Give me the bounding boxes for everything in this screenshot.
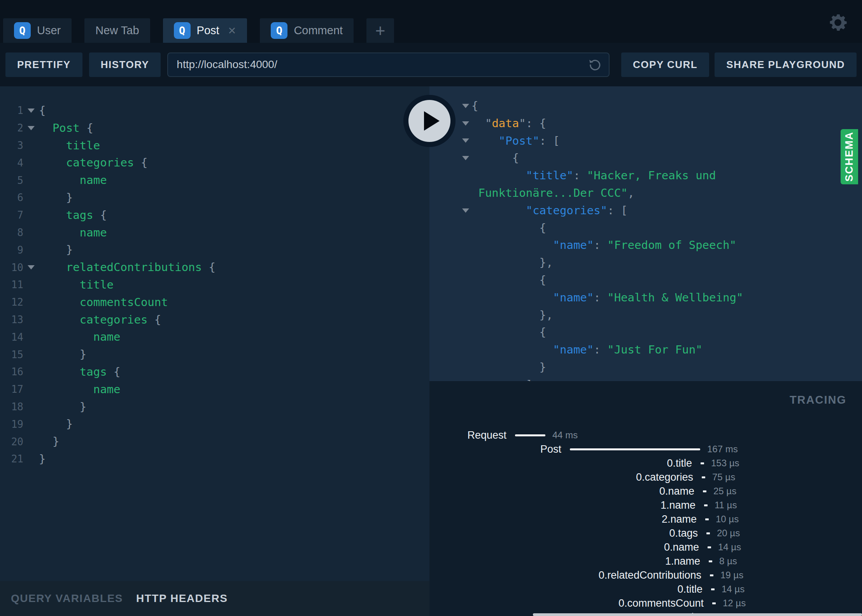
response-line: "name": "Freedom of Speech" — [429, 236, 862, 254]
tracing-row-value: 25 µs — [713, 486, 736, 497]
tracing-row-value: 153 µs — [711, 458, 739, 469]
fold-gutter — [460, 104, 471, 108]
editor-line: 18} — [0, 398, 429, 416]
response-lines: {"data": {"Post": [{"title": "Hacker, Fr… — [429, 86, 862, 381]
tab-comment[interactable]: QComment — [260, 18, 354, 43]
code-text: "Post": [ — [471, 132, 560, 150]
horizontal-scrollbar[interactable] — [533, 613, 862, 616]
reload-icon[interactable] — [588, 58, 602, 72]
line-number: 4 — [0, 157, 23, 169]
response-line: "categories": [ — [429, 202, 862, 219]
fold-arrow-icon[interactable] — [28, 265, 35, 270]
fold-arrow-icon[interactable] — [462, 156, 469, 160]
code-text: categories { — [39, 311, 161, 329]
schema-side-tab[interactable]: SCHEMA — [841, 129, 858, 184]
tracing-row: 0.relatedContributions19 µs — [429, 568, 862, 582]
code-text: { — [471, 219, 546, 237]
tracing-row-value: 19 µs — [720, 570, 743, 581]
tab-post[interactable]: QPost✕ — [163, 18, 247, 43]
http-headers-tab[interactable]: HTTP HEADERS — [136, 592, 228, 605]
editor-line: 19} — [0, 415, 429, 433]
execute-query-button[interactable] — [403, 95, 456, 147]
code-text: { — [471, 149, 519, 167]
code-text: "name": "Health & Wellbeing" — [471, 289, 743, 306]
code-text: { — [471, 271, 546, 289]
code-text: "name": "Just For Fun" — [471, 341, 703, 359]
response-line: "data": { — [429, 115, 862, 132]
editor-line: 7tags { — [0, 206, 429, 224]
play-icon — [424, 111, 440, 131]
line-number: 5 — [0, 175, 23, 186]
tracing-row-label: Post — [429, 443, 561, 455]
response-line: ] — [429, 376, 862, 381]
response-line: { — [429, 324, 862, 341]
code-text: { — [471, 97, 478, 115]
fold-arrow-icon[interactable] — [28, 108, 35, 113]
endpoint-url-wrap — [167, 52, 610, 77]
query-variables-tab[interactable]: QUERY VARIABLES — [11, 592, 123, 605]
code-text: "title": "Hacker, Freaks und — [471, 167, 716, 184]
fold-arrow-icon[interactable] — [462, 104, 469, 108]
editor-line: 21} — [0, 450, 429, 468]
tracing-row-label: 1.name — [429, 499, 696, 511]
settings-gear-icon[interactable] — [827, 12, 849, 33]
tracing-duration-bar — [570, 448, 700, 450]
line-number: 18 — [0, 401, 23, 413]
code-text: relatedContributions { — [39, 259, 216, 276]
fold-gutter — [460, 156, 471, 160]
tracing-row-label: 0.title — [429, 457, 692, 469]
query-editor[interactable]: 1{2Post {3title4categories {5name6}7tags… — [0, 86, 429, 581]
tracing-duration-marker — [701, 462, 704, 464]
tracing-duration-marker — [712, 602, 716, 604]
tracing-row-label: 0.relatedContributions — [429, 569, 701, 581]
code-text: { — [39, 102, 46, 119]
line-number: 17 — [0, 383, 23, 395]
line-number: 19 — [0, 418, 23, 430]
code-text: }, — [471, 254, 553, 271]
bottom-footer: QUERY VARIABLES HTTP HEADERS — [0, 581, 429, 616]
code-text: name — [39, 328, 121, 346]
code-text: title — [39, 137, 100, 154]
add-tab-button[interactable]: + — [366, 18, 394, 43]
tab-user[interactable]: QUser — [3, 18, 72, 43]
fold-gutter — [460, 208, 471, 213]
editor-line: 2Post { — [0, 119, 429, 137]
fold-arrow-icon[interactable] — [28, 126, 35, 130]
line-number: 9 — [0, 244, 23, 256]
response-line: "name": "Health & Wellbeing" — [429, 289, 862, 306]
response-line: { — [429, 97, 862, 115]
tracing-rows: Request44 msPost167 ms0.title153 µs0.cat… — [429, 381, 862, 616]
tab-label: Comment — [294, 24, 343, 37]
tracing-row-value: 8 µs — [719, 556, 737, 567]
editor-line: 8name — [0, 224, 429, 242]
editor-line: 20} — [0, 433, 429, 450]
code-text: ] — [471, 376, 533, 381]
close-tab-icon[interactable]: ✕ — [228, 26, 237, 36]
line-number: 16 — [0, 366, 23, 378]
code-text: } — [471, 359, 546, 376]
fold-arrow-icon[interactable] — [462, 138, 469, 143]
fold-arrow-icon[interactable] — [462, 208, 469, 213]
prettify-button[interactable]: PRETTIFY — [5, 52, 82, 77]
editor-line: 11title — [0, 276, 429, 294]
tracing-row-value: 167 ms — [707, 444, 738, 455]
tracing-row-label: 0.name — [429, 541, 699, 553]
tab-label: New Tab — [95, 24, 139, 37]
line-number: 12 — [0, 296, 23, 308]
code-text: Funktionäre...Der CCC", — [471, 184, 634, 202]
tracing-row: 2.name10 µs — [429, 512, 862, 526]
tracing-duration-marker — [706, 532, 710, 534]
fold-arrow-icon[interactable] — [462, 121, 469, 126]
tab-new-tab[interactable]: New Tab — [84, 18, 150, 43]
share-playground-button[interactable]: SHARE PLAYGROUND — [715, 52, 857, 77]
line-number: 13 — [0, 314, 23, 326]
tracing-row: 0.commentsCount12 µs — [429, 596, 862, 610]
editor-line: 15} — [0, 346, 429, 363]
copy-curl-button[interactable]: COPY CURL — [621, 52, 709, 77]
response-line: }, — [429, 306, 862, 324]
endpoint-url-input[interactable] — [167, 52, 610, 77]
history-button[interactable]: HISTORY — [89, 52, 161, 77]
code-text: title — [39, 276, 114, 294]
tracing-row: 0.name14 µs — [429, 540, 862, 554]
tracing-row-label: Request — [429, 429, 506, 441]
